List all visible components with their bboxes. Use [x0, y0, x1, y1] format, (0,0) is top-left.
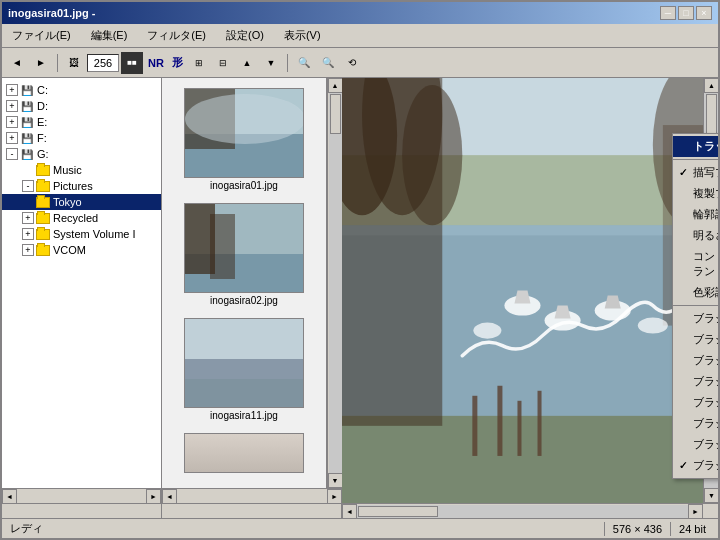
thumbnail-name-3: inogasira11.jpg	[164, 410, 324, 421]
tree-scroll-area[interactable]: + 💾 C: + 💾 D: + 💾 E:	[2, 78, 161, 488]
tree-item-e[interactable]: + 💾 E:	[2, 114, 161, 130]
thumb-scroll-track[interactable]	[329, 93, 342, 473]
drive-icon-f: 💾	[20, 131, 34, 145]
toolbar-grid1-button[interactable]: ⊞	[188, 52, 210, 74]
main-h-thumb[interactable]	[358, 506, 438, 517]
tree-scroll-track[interactable]	[17, 490, 146, 503]
thumb-scroll-up[interactable]: ▲	[328, 78, 343, 93]
close-button[interactable]: ×	[696, 6, 712, 20]
main-scroll-up[interactable]: ▲	[704, 78, 718, 93]
thumbnail-item-4[interactable]	[162, 431, 326, 475]
toolbar-histogram-button[interactable]: ▲	[236, 52, 258, 74]
tree-expand-sysvolume[interactable]: +	[22, 228, 34, 240]
tree-expand-f[interactable]: +	[6, 132, 18, 144]
ctx-item-brush2[interactable]: ブラシサイズ 2	[673, 329, 718, 350]
thumb-scroll-down[interactable]: ▼	[328, 473, 343, 488]
ctx-item-brush7[interactable]: ブラシサイズ 7	[673, 434, 718, 455]
toolbar-extra-button[interactable]: ▼	[260, 52, 282, 74]
main-scroll-right[interactable]: ►	[688, 504, 703, 519]
toolbar-sep-1	[57, 54, 58, 72]
thumbnail-name-2: inogasira02.jpg	[164, 295, 324, 306]
tree-item-pictures[interactable]: - Pictures	[2, 178, 161, 194]
tree-expand-vcom[interactable]: +	[22, 244, 34, 256]
tree-scroll-right[interactable]: ►	[146, 489, 161, 504]
menu-filter[interactable]: フィルタ(E)	[141, 26, 212, 45]
ctx-sep-0	[673, 159, 718, 160]
menu-view[interactable]: 表示(V)	[278, 26, 327, 45]
thumb-h-scrollbar: ◄ ►	[162, 488, 342, 503]
ctx-item-color[interactable]: 色彩調整プラン	[673, 282, 718, 303]
thumb-scroll-thumb[interactable]	[330, 94, 341, 134]
toolbar-forward-button[interactable]: ►	[30, 52, 52, 74]
ctx-item-copy[interactable]: 複製プラン	[673, 183, 718, 204]
thumbnail-scroll-area[interactable]: inogasira01.jpg	[162, 78, 326, 488]
tree-item-d[interactable]: + 💾 D:	[2, 98, 161, 114]
tree-expand-g[interactable]: -	[6, 148, 18, 160]
ctx-sep-1	[673, 305, 718, 306]
ctx-item-edge[interactable]: 輪郭調整プラン	[673, 204, 718, 225]
ctx-item-sketch[interactable]: ✓ 描写プラン	[673, 162, 718, 183]
thumb-scroll-left[interactable]: ◄	[162, 489, 177, 504]
tree-item-recycled[interactable]: + Recycled	[2, 210, 161, 226]
toolbar-color-button[interactable]: ■■	[121, 52, 143, 74]
menu-file[interactable]: ファイル(E)	[6, 26, 77, 45]
ctx-label-color: 色彩調整プラン	[693, 285, 718, 300]
svg-point-19	[402, 85, 462, 225]
toolbar-shape-label: 形	[169, 55, 186, 70]
ctx-item-brush3[interactable]: ブラシサイズ 3	[673, 350, 718, 371]
menu-edit[interactable]: 編集(E)	[85, 26, 134, 45]
tree-item-tokyo[interactable]: Tokyo	[2, 194, 161, 210]
tree-item-music[interactable]: Music	[2, 162, 161, 178]
ctx-item-brush5[interactable]: ブラシサイズ 5	[673, 392, 718, 413]
thumbnail-item-2[interactable]: inogasira02.jpg	[162, 201, 326, 308]
tree-scroll-left[interactable]: ◄	[2, 489, 17, 504]
thumbnail-img-1	[184, 88, 304, 178]
ctx-item-brush6[interactable]: ブラシサイズ 6	[673, 413, 718, 434]
tree-item-g[interactable]: - 💾 G:	[2, 146, 161, 162]
toolbar-search1-button[interactable]: 🔍	[293, 52, 315, 74]
main-window: inogasira01.jpg - ─ □ × ファイル(E) 編集(E) フィ…	[0, 0, 720, 540]
toolbar-back-button[interactable]: ◄	[6, 52, 28, 74]
main-image-panel[interactable]: ▲ ▼ トラッカー選択 ✓ 描写プラン 複製プラン	[342, 78, 718, 503]
toolbar-sep-2	[287, 54, 288, 72]
thumbnail-item-1[interactable]: inogasira01.jpg	[162, 86, 326, 193]
main-content: + 💾 C: + 💾 D: + 💾 E:	[2, 78, 718, 503]
menu-settings[interactable]: 設定(O)	[220, 26, 270, 45]
tree-expand-pictures[interactable]: -	[22, 180, 34, 192]
toolbar-image-button[interactable]: 🖼	[63, 52, 85, 74]
tree-item-c[interactable]: + 💾 C:	[2, 82, 161, 98]
tree-item-vcom[interactable]: + VCOM	[2, 242, 161, 258]
ctx-label-copy: 複製プラン	[693, 186, 718, 201]
ctx-label-brush4: ブラシサイズ 4	[693, 374, 718, 389]
ctx-item-brush4[interactable]: ブラシサイズ 4	[673, 371, 718, 392]
main-scroll-down[interactable]: ▼	[704, 488, 718, 503]
thumbnail-img-4	[184, 433, 304, 473]
tree-expand-e[interactable]: +	[6, 116, 18, 128]
tree-item-sysvolume[interactable]: + System Volume I	[2, 226, 161, 242]
minimize-button[interactable]: ─	[660, 6, 676, 20]
ctx-item-brush8[interactable]: ✓ ブラシサイズ 8	[673, 455, 718, 476]
tree-expand-d[interactable]: +	[6, 100, 18, 112]
toolbar-search2-button[interactable]: 🔍	[317, 52, 339, 74]
ctx-item-contrast[interactable]: コントラスト調整プラン	[673, 246, 718, 282]
tree-expand-music[interactable]	[22, 164, 34, 176]
tree-item-f[interactable]: + 💾 F:	[2, 130, 161, 146]
ctx-label-brush5: ブラシサイズ 5	[693, 395, 718, 410]
ctx-item-brush1[interactable]: ブラシサイズ 1	[673, 308, 718, 329]
ctx-label-edge: 輪郭調整プラン	[693, 207, 718, 222]
ctx-label-brush8: ブラシサイズ 8	[693, 458, 718, 473]
ctx-item-brightness[interactable]: 明るさ調整プラン	[673, 225, 718, 246]
thumbnail-img-2	[184, 203, 304, 293]
maximize-button[interactable]: □	[678, 6, 694, 20]
toolbar-grid2-button[interactable]: ⊟	[212, 52, 234, 74]
main-scroll-left[interactable]: ◄	[342, 504, 357, 519]
thumb-scroll-right[interactable]: ►	[327, 489, 342, 504]
tree-expand-recycled[interactable]: +	[22, 212, 34, 224]
toolbar-size-number: 256	[87, 54, 119, 72]
tree-expand-c[interactable]: +	[6, 84, 18, 96]
thumb-scroll-h-track[interactable]	[177, 490, 327, 503]
folder-icon-music	[36, 163, 50, 177]
toolbar-recycle-button[interactable]: ⟲	[341, 52, 363, 74]
main-h-track[interactable]	[357, 505, 688, 518]
thumbnail-item-3[interactable]: inogasira11.jpg	[162, 316, 326, 423]
